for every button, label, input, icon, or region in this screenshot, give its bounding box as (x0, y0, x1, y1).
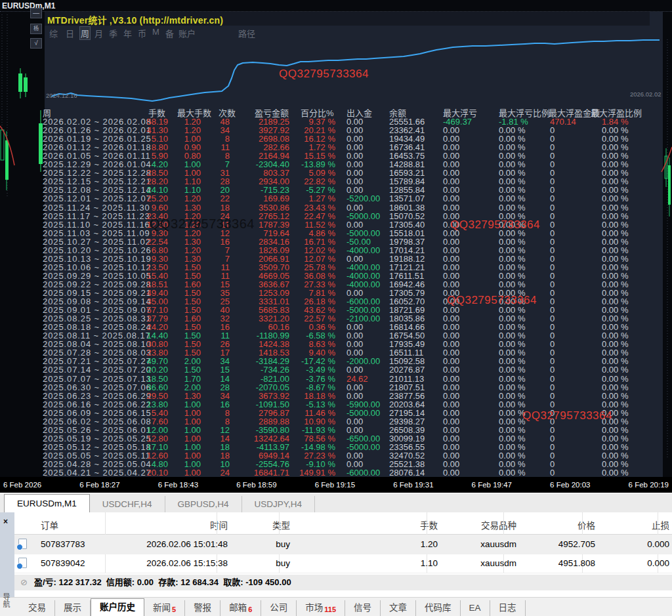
tab-badge: 6 (248, 606, 252, 613)
order-cell: 2026.02.06 15:01:48 (113, 539, 228, 549)
qq-watermark: QQ32795733364 (279, 68, 369, 81)
orders-column-header[interactable]: 订单 (41, 518, 58, 531)
terminal-tab-展示[interactable]: 展示 (55, 600, 91, 616)
orders-column-header[interactable]: 时间 (113, 518, 228, 531)
terminal-tab-bar: 交易展示账户历史新闻5警报邮箱6公司市场115信号文章代码库EA日志 (0, 597, 672, 616)
terminal-tab-警报[interactable]: 警报 (185, 600, 220, 616)
orders-header-row[interactable]: 订单 时间类型手数交易品种价格止损 (14, 512, 672, 535)
stats-row: 2025.06.16 ~ 2025.06.2213.801.0016-1091.… (0, 400, 663, 408)
symbol-tab-bar: EURUSDm,M1USDCHF,H4GBPUSD,H4USDJPY,H4 (0, 493, 672, 512)
order-cell: 4952.705 (523, 539, 595, 549)
qq-watermark: QQ32795733364 (447, 294, 537, 307)
stats-row: 2025.10.13 ~ 2025.10.199.301.3072066.911… (0, 254, 663, 262)
terminal-tab-文章[interactable]: 文章 (381, 600, 416, 616)
terminal-tab-代码库[interactable]: 代码库 (416, 600, 461, 616)
stats-row: 2025.07.07 ~ 2025.07.1318.501.7014-821.0… (0, 374, 663, 382)
time-axis-label: 6 Feb 20:03 (550, 481, 590, 489)
account-summary-text: 盈/亏: 122 317.32 信用额: 0.00 存款: 12 684.34 … (34, 575, 291, 590)
stats-row: 2026.01.12 ~ 2026.01.188.800.9011282.661… (0, 142, 663, 151)
orders-column-header[interactable]: 价格 (523, 518, 595, 531)
terminal-tab-交易[interactable]: 交易 (20, 600, 55, 616)
time-axis-label: 6 Feb 18:59 (236, 481, 276, 489)
stats-cell: 149.91 % (276, 468, 335, 477)
order-row[interactable]: 5078390422026.02.06 15:15:38buy1.10xauus… (14, 554, 672, 573)
stats-row: 2025.05.26 ~ 2025.06.0112.001.0012-3590.… (0, 425, 663, 434)
stats-row: 2025.05.12 ~ 2025.05.1817.101.0018-4113.… (0, 442, 663, 451)
orders-column-header[interactable]: 交易品种 (444, 518, 516, 531)
symbol-tab-eurusdmm1[interactable]: EURUSDm,M1 (4, 494, 90, 512)
terminal-tab-ea[interactable]: EA (461, 600, 490, 616)
stats-row: 2025.10.27 ~ 2025.11.0222.541.30162834.1… (0, 237, 663, 245)
stats-cell: 24 (190, 468, 230, 477)
mt4-window: EURUSDm,M1 MTDriver统计 ,V3.10 (http://mtd… (0, 0, 672, 616)
stats-row: 2025.09.15 ~ 2025.09.2149.401.50351253.0… (0, 288, 663, 297)
stats-row: 2025.07.21 ~ 2025.07.2749.702.0034-3184.… (0, 356, 663, 365)
navigator-vertical-label[interactable]: 导航 (1, 593, 11, 607)
stats-row: 2025.08.11 ~ 2025.08.1714.401.5011-1180.… (0, 331, 663, 339)
symbol-tab-usdchfh4[interactable]: USDCHF,H4 (90, 496, 165, 512)
stats-row: 2026.02.02 ~ 2026.02.0858.191.20482189.2… (0, 117, 663, 125)
stats-row: 2026.01.26 ~ 2026.02.0141.301.20343927.9… (0, 125, 663, 134)
stats-row: 2025.04.21 ~ 2025.04.2720.101.002416841.… (0, 468, 663, 476)
orders-column-header[interactable]: 类型 (234, 518, 290, 531)
terminal-tab-新闻[interactable]: 新闻5 (144, 600, 185, 616)
stats-row: 2025.07.14 ~ 2025.07.2020.201.5015-734.2… (0, 365, 663, 373)
terminal-tab-信号[interactable]: 信号 (345, 600, 381, 616)
stats-cell: 0.00 % (499, 468, 555, 477)
stats-row: 2025.08.18 ~ 2025.08.2424.201.501660.160… (0, 322, 663, 331)
account-history-panel: × 订单 时间类型手数交易品种价格止损 5078377832026.02.06 … (0, 512, 672, 597)
stats-row: 2025.04.28 ~ 2025.05.044.801.0010-2554.7… (0, 459, 663, 468)
terminal-tab-邮箱[interactable]: 邮箱6 (220, 600, 261, 616)
time-axis-label: 6 Feb 2026 (3, 481, 41, 489)
order-cell: 507839042 (41, 558, 85, 568)
time-axis-label: 6 Feb 19:31 (393, 481, 433, 489)
order-cell: buy (234, 539, 290, 549)
time-axis: 6 Feb 20266 Feb 18:276 Feb 18:436 Feb 18… (0, 477, 672, 493)
stats-row: 2025.10.06 ~ 2025.10.1213.501.50113509.7… (0, 262, 663, 271)
order-cell: 507837783 (41, 539, 85, 549)
chart-area[interactable]: EURUSDm,M1 MTDriver统计 ,V3.10 (http://mtd… (0, 0, 672, 477)
terminal-tab-账户历史[interactable]: 账户历史 (91, 598, 144, 616)
order-cell: 4951.808 (523, 558, 595, 568)
stats-row: 2025.06.30 ~ 2025.07.0636.602.0028-2070.… (0, 382, 663, 391)
stats-row: 2025.05.05 ~ 2025.05.1112.601.00186949.1… (0, 451, 663, 459)
symbol-tab-gbpusdh4[interactable]: GBPUSD,H4 (165, 496, 242, 512)
tab-badge: 5 (172, 606, 176, 613)
account-summary-row: ⊘ 盈/亏: 122 317.32 信用额: 0.00 存款: 12 684.3… (14, 575, 672, 590)
balance-icon: ⊘ (20, 575, 28, 590)
order-document-icon (18, 539, 27, 549)
orders-column-header[interactable]: 止损 (602, 518, 669, 531)
stats-row: 2025.11.10 ~ 2025.11.1612.301.20111787.3… (0, 220, 663, 228)
orders-column-header[interactable]: 手数 (369, 518, 438, 531)
tab-badge: 115 (324, 606, 336, 613)
time-axis-label: 6 Feb 18:43 (158, 481, 198, 489)
symbol-tab-usdjpyh4[interactable]: USDJPY,H4 (242, 496, 316, 512)
terminal-tab-市场[interactable]: 市场115 (297, 600, 345, 616)
time-axis-label: 6 Feb 18:27 (79, 481, 119, 489)
stats-row: 2025.09.08 ~ 2025.09.1435.001.50253331.0… (0, 297, 663, 305)
time-axis-label: 6 Feb 20:19 (629, 481, 669, 489)
stats-row: 2025.07.28 ~ 2025.08.0323.801.50171418.5… (0, 348, 663, 356)
stats-row: 2025.12.01 ~ 2025.12.0725.201.2022169.69… (0, 194, 663, 202)
order-cell: 2026.02.06 15:15:38 (113, 558, 228, 568)
stats-row: 2025.09.22 ~ 2025.09.2818.511.60153636.6… (0, 279, 663, 288)
order-document-icon (18, 558, 27, 568)
order-cell: buy (234, 558, 290, 568)
time-axis-label: 6 Feb 19:15 (315, 481, 355, 489)
stats-row: 2025.12.08 ~ 2025.12.1424.101.1020-715.2… (0, 185, 663, 194)
stats-row: 2026.01.05 ~ 2026.01.115.900.8082164.941… (0, 151, 663, 159)
stats-row: 2025.09.01 ~ 2025.09.0757.101.50405685.8… (0, 305, 663, 314)
stats-row: 2025.06.23 ~ 2025.06.2929.501.30343673.9… (0, 391, 663, 400)
stats-row: 2025.08.25 ~ 2025.08.3137.791.60323321.2… (0, 314, 663, 322)
order-cell: 1.20 (369, 539, 438, 549)
stats-row: 2025.12.22 ~ 2025.12.2828.501.0031803.37… (0, 168, 663, 176)
terminal-tab-日志[interactable]: 日志 (490, 600, 526, 616)
qq-watermark: QQ32795733364 (450, 218, 540, 232)
qq-watermark: QQ32795733364 (150, 216, 255, 232)
stats-row: 2025.10.20 ~ 2025.10.266.801.2071826.091… (0, 245, 663, 254)
order-cell: xauusdm (444, 558, 516, 568)
order-row[interactable]: 5078377832026.02.06 15:01:48buy1.20xauus… (14, 535, 672, 554)
terminal-tab-公司[interactable]: 公司 (261, 600, 297, 616)
stats-row: 2025.11.17 ~ 2025.11.2323.401.20242765.1… (0, 211, 663, 220)
close-icon[interactable]: × (3, 518, 8, 525)
